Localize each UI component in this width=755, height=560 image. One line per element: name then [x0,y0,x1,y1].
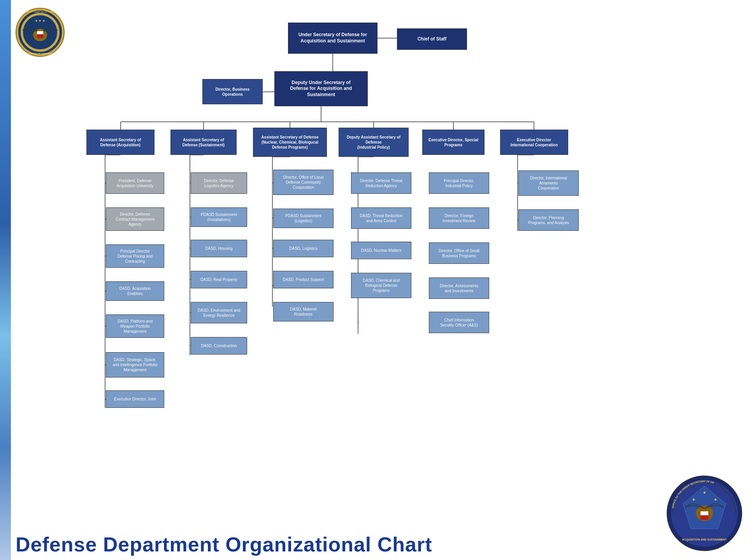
dasd-tac-box: DASD, Threat Reductionand Arms Control [351,207,411,229]
dir-iac-label: Director, InternationalAmamentsCooperati… [530,176,567,191]
dasd-ssm-label: DASD, Strategic, Space,and Intellingence… [112,357,157,372]
pd-ip-box: Principal Director,Industrial Policy [429,172,489,194]
dasd-mr-box: DASD, MaterielReadiness [273,302,334,321]
dasd-pwm-box: DASD, Platform andWeapon PortfolioManage… [106,314,164,338]
dusd-label: Deputy Under Secretary of Defense for Ac… [290,80,352,98]
asd-nbc-box: Assistant Secretary of Defense(Nuclear, … [253,128,327,157]
dir-dla-box: Director, DefenseLogistics Agency [191,172,247,194]
dir-dcma-box: Director, DefenseContract ManagementAgen… [106,207,164,231]
dir-ppa-label: Director, PlanningPrograms, and Analysis [528,215,569,225]
usd-box: Under Secretary of Defense for Acquisiti… [288,23,378,54]
svg-rect-6 [37,31,43,34]
dasd-cbd-label: DASD, Chemical andBiological DefenseProg… [363,278,399,293]
pd-dpc-box: Principal DirectorDefense Pricing andCon… [106,244,164,268]
dasd-pwm-label: DASD, Platform andWeapon PortfolioManage… [118,319,153,334]
dasd-ae-label: DASD, AcquisitionEnablers [119,286,151,296]
pd-dpc-label: Principal DirectorDefense Pricing andCon… [118,249,153,264]
dasd-con-box: DASD, Comstruction [191,337,247,355]
dasd-eer-label: DASD, Environment andEnergy Resilience [198,308,240,318]
svg-rect-16 [701,511,708,515]
dbo-box: Director, Business Operations [202,79,263,104]
pd-ip-label: Principal Director,Industrial Policy [444,178,474,188]
dir-ai-box: Director, Assessmentsand Investments [429,277,489,299]
dasd-log-label: DASD, Logistics [289,246,317,251]
dir-ppa-box: Director, PlanningPrograms, and Analysis [518,209,579,231]
pdasd-log-box: PDASD Sustainment(Logistics) [273,209,334,228]
dod-seal: ★ ★ ★ STATES OF AMERICA DEPARTMENT OF DE… [15,7,65,58]
dir-fir-box: Director, ForeignInvestment Review [429,207,489,229]
dir-dtra-box: Director, Defense ThreatReduction Agency [351,172,411,194]
cos-label: Chief of Staff [418,36,447,42]
pres-dau-box: President, DefenseAcquisition University [106,172,164,194]
dasd-rp-box: DASD, Real Property [191,271,247,288]
dusd-box: Deputy Under Secretary of Defense for Ac… [274,71,368,106]
dasd-nm-box: DASD, Nuclear Matters [351,242,411,259]
usd-seal: ★ ★ ★ ACQUISITION AND SUSTAINMENT OFFICE… [665,474,743,552]
ed-sp-box: Executive Director, SpecialPrograms [422,130,485,155]
dasd-cbd-box: DASD, Chemical andBiological DefenseProg… [351,273,411,298]
dasd-eer-box: DASD, Environment andEnergy Resilience [191,302,247,323]
dasd-ps-box: DASD, Product Support [273,271,334,288]
dir-dtra-label: Director, Defense ThreatReduction Agency [360,178,402,188]
asd-sus-label: Assistant Secretary ofDefense (Sustainme… [183,137,225,147]
ed-ic-label: Executive DirectorInternational Cooperat… [511,137,558,147]
dasd-ae-box: DASD, AcquisitionEnablers [106,281,164,301]
ed-joint-box: Executive Director, Joint [106,390,164,408]
dbo-label: Director, Business Operations [205,87,260,97]
svg-text:★: ★ [703,490,706,495]
ed-sp-label: Executive Director, SpecialPrograms [428,137,478,147]
left-bar [0,0,11,560]
ed-joint-label: Executive Director, Joint [114,397,156,402]
svg-text:ACQUISITION AND SUSTAINMENT: ACQUISITION AND SUSTAINMENT [682,538,727,541]
dasd-con-label: DASD, Comstruction [201,343,237,348]
org-chart: Under Secretary of Defense for Acquisiti… [70,7,592,427]
page-title: Defense Department Organizational Chart [16,533,432,556]
asd-acq-box: Assistant Secretary ofDefense (Acquisiti… [86,130,155,155]
dasd-tac-label: DASD, Threat Reductionand Arms Control [360,213,403,223]
pdasd-inst-label: PDASD Sustainment(Installations) [201,212,237,222]
svg-rect-7 [37,34,43,38]
asd-acq-label: Assistant Secretary ofDefense (Acquisiti… [100,137,141,147]
svg-text:★: ★ [692,497,695,502]
usd-label: Under Secretary of Defense for Acquisiti… [298,32,367,44]
asd-sus-box: Assistant Secretary ofDefense (Sustainme… [170,130,237,155]
dasd-hsg-label: DASD, Housing [205,246,232,251]
dir-oldc-box: Director, Office of LocalDefense Communi… [273,170,334,195]
ciso-label: Chief InformationSecutity Officer (A&S) [440,318,478,328]
dasd-ssm-box: DASD, Strategic, Space,and Intellingence… [106,352,164,377]
pres-dau-label: President, DefenseAcquisition University [116,178,153,188]
asd-nbc-label: Assistant Secretary of Defense(Nuclear, … [261,135,318,150]
dasd-ip-box: Deputy Assistant Secetary ofDefemse(Indu… [339,128,409,157]
dasd-ip-label: Deputy Assistant Secetary ofDefemse(Indu… [347,135,400,150]
svg-text:STATES OF AMERICA: STATES OF AMERICA [28,53,53,55]
cos-box: Chief of Staff [397,28,467,50]
dir-oldc-label: Director, Office of LocalDefense Communi… [283,175,324,190]
dasd-nm-label: DASD, Nuclear Matters [361,248,402,253]
pdasd-inst-box: PDASD Sustainment(Installations) [191,207,247,227]
dir-ai-label: Director, Assessmentsand Investments [440,283,478,293]
dir-dcma-label: Director, DefenseContract ManagementAgen… [116,212,155,227]
dasd-ps-label: DASD, Product Support [283,277,324,282]
page-title-text: Defense Department Organizational Chart [16,533,432,556]
dasd-hsg-box: DASD, Housing [191,240,247,257]
dir-dla-label: Director, DefenseLogistics Agency [204,178,234,188]
dasd-mr-label: DASD, MaterielReadiness [290,307,317,317]
ciso-box: Chief InformationSecutity Officer (A&S) [429,312,489,333]
dir-osbp-label: Director, Office of SmallBusiness Progra… [439,248,479,258]
dir-fir-label: Director, ForeignInvestment Review [442,213,475,223]
dasd-rp-label: DASD, Real Property [200,277,237,282]
svg-text:★ ★ ★: ★ ★ ★ [35,19,45,23]
ed-ic-box: Executive DirectorInternational Cooperat… [500,130,568,155]
dasd-log-box: DASD, Logistics [273,240,334,257]
pdasd-log-label: PDASD Sustainment(Logistics) [285,213,321,223]
svg-text:★: ★ [714,497,717,502]
dir-osbp-box: Director, Office of SmallBusiness Progra… [429,242,489,264]
dir-iac-box: Director, InternationalAmamentsCooperati… [518,170,579,196]
